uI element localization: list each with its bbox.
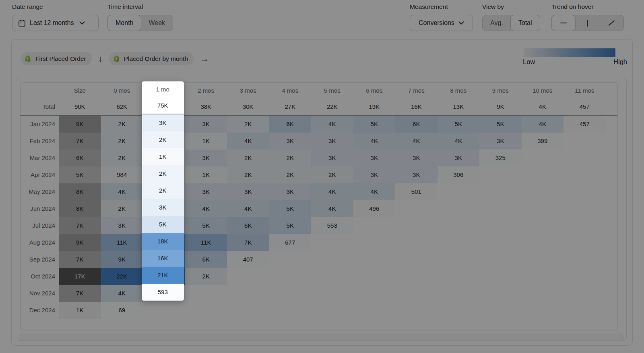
heatmap-cell[interactable]: 2K (227, 150, 269, 166)
heatmap-cell[interactable]: 5K (353, 116, 396, 133)
heatmap-cell[interactable]: 3K (185, 150, 227, 166)
trend-vertical-line-button[interactable] (575, 15, 599, 31)
heatmap-cell[interactable]: 2K (101, 150, 143, 166)
heatmap-cell[interactable]: 6K (395, 116, 438, 133)
heatmap-cell[interactable]: 4K (311, 116, 353, 133)
size-cell[interactable]: 7K (59, 217, 101, 234)
heatmap-cell[interactable]: 984 (101, 166, 143, 183)
heatmap-cell[interactable]: 5K (269, 200, 312, 217)
heatmap-cell[interactable]: 4K (101, 183, 143, 200)
highlighted-heatmap-cell[interactable]: 18K (142, 233, 184, 250)
heatmap-cell[interactable]: 4K (185, 200, 227, 217)
heatmap-cell[interactable]: 2K (227, 166, 269, 183)
heatmap-cell[interactable]: 4K (353, 183, 396, 200)
heatmap-cell[interactable]: 3K (185, 116, 227, 133)
trend-horizontal-line-button[interactable] (551, 15, 576, 31)
size-cell[interactable]: 7K (59, 251, 101, 268)
heatmap-cell[interactable]: 3K (227, 183, 269, 200)
heatmap-cell[interactable]: 2K (311, 166, 353, 183)
heatmap-cell[interactable]: 3K (353, 150, 396, 166)
highlighted-heatmap-cell[interactable]: 2K (142, 165, 184, 182)
size-cell[interactable]: 7K (59, 133, 101, 150)
heatmap-cell[interactable]: 5K (269, 217, 312, 234)
heatmap-cell[interactable]: 306 (438, 166, 480, 183)
highlighted-heatmap-cell[interactable]: 3K (142, 199, 184, 216)
heatmap-cell[interactable]: 2K (101, 133, 143, 150)
size-cell[interactable]: 9K (59, 234, 101, 251)
heatmap-cell[interactable]: 3K (353, 166, 396, 183)
heatmap-cell[interactable]: 22K (101, 268, 143, 285)
size-cell[interactable]: 9K (59, 116, 101, 133)
heatmap-cell[interactable]: 6K (185, 251, 227, 268)
heatmap-cell[interactable]: 4K (353, 133, 396, 150)
heatmap-cell[interactable]: 3K (395, 166, 438, 183)
heatmap-cell[interactable]: 4K (227, 133, 269, 150)
time-interval-week[interactable]: Week (141, 15, 173, 31)
heatmap-cell[interactable]: 5K (438, 116, 480, 133)
heatmap-cell[interactable]: 4K (311, 200, 353, 217)
heatmap-cell[interactable]: 3K (395, 150, 438, 166)
heatmap-cell[interactable]: 4K (101, 285, 143, 302)
size-cell[interactable]: 17K (59, 268, 101, 285)
highlighted-heatmap-cell[interactable]: 2K (142, 182, 184, 199)
date-range-dropdown[interactable]: Last 12 months (12, 15, 99, 31)
size-cell[interactable]: 8K (59, 183, 101, 200)
size-cell[interactable]: 5K (59, 166, 101, 183)
time-interval-month[interactable]: Month (107, 15, 141, 31)
heatmap-cell[interactable]: 4K (522, 116, 564, 133)
highlighted-heatmap-cell[interactable]: 21K (142, 267, 184, 284)
heatmap-cell[interactable]: 4K (438, 133, 480, 150)
highlighted-heatmap-cell[interactable]: 593 (142, 284, 184, 301)
heatmap-cell[interactable]: 2K (101, 200, 143, 217)
heatmap-cell[interactable]: 2K (185, 268, 227, 285)
measurement-dropdown[interactable]: Conversions (410, 15, 473, 31)
heatmap-cell[interactable]: 4K (395, 133, 438, 150)
heatmap-cell[interactable]: 501 (395, 183, 438, 200)
highlighted-heatmap-cell[interactable]: 1K (142, 148, 184, 165)
highlighted-heatmap-cell[interactable]: 16K (142, 250, 184, 267)
heatmap-cell[interactable]: 3K (479, 133, 522, 150)
size-cell[interactable]: 6K (59, 150, 101, 166)
heatmap-cell[interactable]: 6K (227, 217, 269, 234)
heatmap-cell[interactable]: 7K (227, 234, 269, 251)
heatmap-cell[interactable]: 3K (438, 150, 480, 166)
heatmap-cell[interactable]: 9K (101, 251, 143, 268)
heatmap-cell[interactable]: 2K (101, 116, 143, 133)
heatmap-cell[interactable]: 6K (269, 116, 312, 133)
size-cell[interactable]: 1K (59, 302, 101, 319)
heatmap-cell[interactable]: 399 (522, 133, 564, 150)
heatmap-cell[interactable]: 3K (101, 217, 143, 234)
heatmap-cell[interactable]: 496 (353, 200, 396, 217)
highlighted-heatmap-cell[interactable]: 3K (142, 114, 184, 131)
heatmap-cell[interactable]: 4K (311, 183, 353, 200)
heatmap-cell[interactable]: 3K (185, 183, 227, 200)
trend-diagonal-line-button[interactable] (599, 15, 623, 31)
size-cell[interactable]: 8K (59, 200, 101, 217)
heatmap-cell[interactable]: 3K (269, 133, 312, 150)
event-pill-first-placed-order[interactable]: First Placed Order (21, 52, 92, 65)
heatmap-cell[interactable]: 677 (269, 234, 312, 251)
heatmap-cell[interactable]: 3K (311, 133, 353, 150)
highlighted-heatmap-cell[interactable]: 2K (142, 131, 184, 148)
heatmap-cell[interactable]: 1K (185, 166, 227, 183)
size-cell[interactable]: 7K (59, 285, 101, 302)
heatmap-cell[interactable]: 407 (227, 251, 269, 268)
heatmap-cell[interactable]: 2K (227, 116, 269, 133)
heatmap-cell[interactable]: 3K (311, 150, 353, 166)
heatmap-cell[interactable]: 5K (185, 217, 227, 234)
heatmap-cell[interactable]: 553 (311, 217, 353, 234)
heatmap-cell[interactable]: 1K (185, 133, 227, 150)
heatmap-cell[interactable]: 457 (564, 116, 606, 133)
view-by-total[interactable]: Total (510, 15, 540, 31)
heatmap-cell[interactable]: 2K (269, 150, 312, 166)
heatmap-cell[interactable]: 325 (479, 150, 522, 166)
heatmap-cell[interactable]: 11K (185, 234, 227, 251)
highlighted-heatmap-cell[interactable]: 5K (142, 216, 184, 233)
heatmap-cell[interactable]: 4K (227, 200, 269, 217)
horizontal-scrollbar[interactable] (19, 334, 624, 341)
heatmap-cell[interactable]: 11K (101, 234, 143, 251)
heatmap-cell[interactable]: 69 (101, 302, 143, 319)
event-pill-placed-order-by-month[interactable]: Placed Order by month (109, 52, 194, 65)
heatmap-cell[interactable]: 2K (269, 166, 312, 183)
heatmap-cell[interactable]: 5K (479, 116, 522, 133)
